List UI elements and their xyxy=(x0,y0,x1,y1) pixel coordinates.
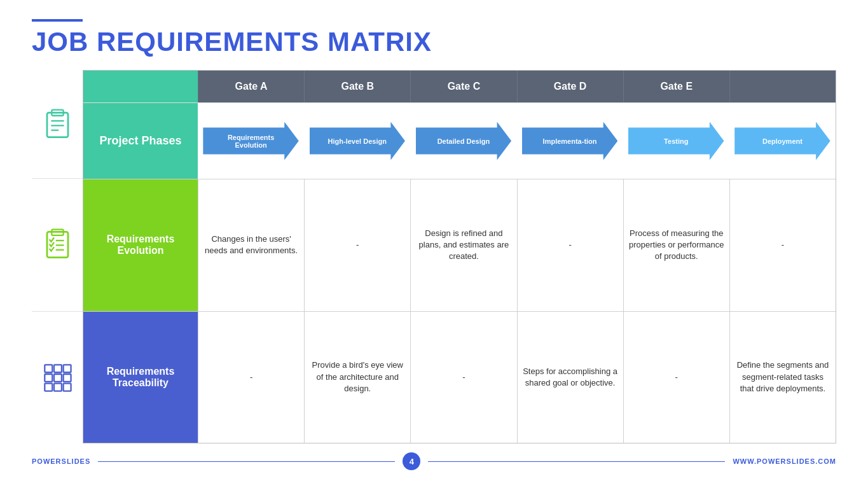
svg-rect-12 xyxy=(63,365,71,372)
arrow-shape-2: Detailed Design xyxy=(416,122,511,160)
arrow-shape-5: Deployment xyxy=(734,122,830,160)
footer-brand-normal: POWER xyxy=(32,457,62,465)
matrix-table: Gate A Gate B Gate C Gate D Gate E Proje… xyxy=(83,70,836,443)
arrow-item-2: Detailed Design xyxy=(410,122,516,160)
row-label-1: Requirements Traceability xyxy=(83,312,198,443)
gate-header-a: Gate A xyxy=(198,71,304,102)
data-row-0: Requirements Evolution Changes in the us… xyxy=(83,179,836,311)
title-accent: MATRIX xyxy=(327,27,432,57)
row-label-0: Requirements Evolution xyxy=(83,179,198,311)
arrows-area: Requirements Evolution High-level Design… xyxy=(198,103,836,179)
gate-header-c: Gate C xyxy=(410,71,516,102)
arrow-shape-0: Requirements Evolution xyxy=(203,122,298,160)
gate-header-d: Gate D xyxy=(517,71,623,102)
gate-headers: Gate A Gate B Gate C Gate D Gate E xyxy=(198,71,836,102)
svg-rect-18 xyxy=(63,383,71,391)
header-accent xyxy=(32,19,83,22)
footer-url: WWW.POWERSLIDES.COM xyxy=(733,457,836,465)
icon-clipboard xyxy=(32,70,83,178)
icons-column xyxy=(32,70,83,443)
svg-rect-11 xyxy=(54,365,62,372)
arrow-text-3: Implementa-tion xyxy=(532,137,608,145)
arrow-shape-4: Testing xyxy=(628,122,724,160)
cell-0-2: Design is refined and plans, and estimat… xyxy=(410,179,516,311)
svg-rect-13 xyxy=(45,374,52,382)
svg-rect-16 xyxy=(45,383,52,391)
cell-0-4: Process of measuring the properties or p… xyxy=(623,179,729,311)
arrow-item-5: Deployment xyxy=(729,122,836,160)
arrow-item-1: High-level Design xyxy=(304,122,410,160)
arrow-item-0: Requirements Evolution xyxy=(198,122,304,160)
svg-rect-15 xyxy=(63,374,71,382)
gate-header-f xyxy=(729,71,836,102)
row-cells-0: Changes in the users' needs and environm… xyxy=(198,179,836,311)
cell-1-0: - xyxy=(198,312,304,443)
cell-0-3: - xyxy=(517,179,623,311)
arrow-text-2: Detailed Design xyxy=(425,137,502,145)
gate-header-b: Gate B xyxy=(304,71,410,102)
cell-1-2: - xyxy=(410,312,516,443)
arrow-text-1: High-level Design xyxy=(319,137,396,145)
cell-1-5: Define the segments and segment-related … xyxy=(729,312,836,443)
gate-headers-row: Gate A Gate B Gate C Gate D Gate E xyxy=(83,71,836,102)
footer-line-left xyxy=(98,461,395,462)
title-normal: JOB REQUIREMENTS xyxy=(32,27,327,57)
phase-header-cell xyxy=(83,71,198,102)
cell-1-4: - xyxy=(623,312,729,443)
arrow-shape-3: Implementa-tion xyxy=(522,122,617,160)
arrow-item-3: Implementa-tion xyxy=(517,122,623,160)
arrow-shape-1: High-level Design xyxy=(310,122,405,160)
svg-rect-10 xyxy=(45,365,52,372)
page-number: 4 xyxy=(403,452,420,470)
icon-grid xyxy=(32,311,83,444)
icon-checklist xyxy=(32,178,83,311)
svg-rect-14 xyxy=(54,374,62,382)
footer-line-right xyxy=(428,461,725,462)
gate-header-e: Gate E xyxy=(623,71,729,102)
page-title: JOB REQUIREMENTS MATRIX xyxy=(32,27,836,57)
cell-1-3: Steps for accomplishing a shared goal or… xyxy=(517,312,623,443)
footer: POWERSLIDES 4 WWW.POWERSLIDES.COM xyxy=(32,447,836,475)
cell-0-5: - xyxy=(729,179,836,311)
footer-brand: POWERSLIDES xyxy=(32,457,90,465)
footer-brand-accent: SLIDES xyxy=(62,457,91,465)
cell-0-1: - xyxy=(304,179,410,311)
cell-1-1: Provide a bird's eye view of the archite… xyxy=(304,312,410,443)
cell-0-0: Changes in the users' needs and environm… xyxy=(198,179,304,311)
arrow-text-5: Deployment xyxy=(744,137,820,145)
arrow-row: Project Phases Requirements Evolution Hi… xyxy=(83,102,836,179)
svg-rect-17 xyxy=(54,383,62,391)
arrow-text-0: Requirements Evolution xyxy=(212,134,289,149)
phase-label-project-phases: Project Phases xyxy=(83,103,198,179)
arrow-text-4: Testing xyxy=(638,137,714,145)
row-cells-1: - Provide a bird's eye view of the archi… xyxy=(198,312,836,443)
data-row-1: Requirements Traceability - Provide a bi… xyxy=(83,311,836,443)
arrow-item-4: Testing xyxy=(623,122,729,160)
